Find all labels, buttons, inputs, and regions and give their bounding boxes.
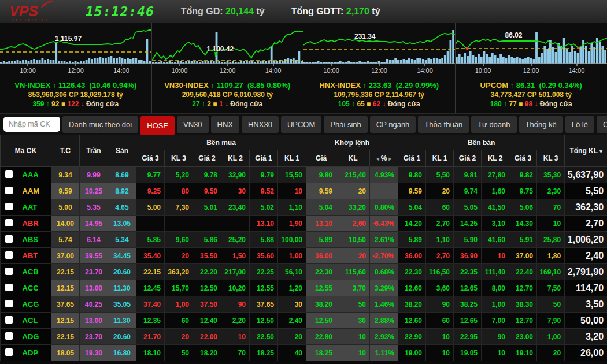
row-checkbox-cell xyxy=(1,264,17,280)
col-sell-vol1[interactable]: KL 1 xyxy=(426,150,454,167)
stock-row-ACL[interactable]: ACL12.1513.0011.3012.356012.402,2012.502… xyxy=(1,313,607,329)
row-checkbox[interactable] xyxy=(5,251,13,259)
row-checkbox[interactable] xyxy=(5,300,13,307)
row-checkbox[interactable] xyxy=(5,235,13,243)
buy-cell-2: 15,70 xyxy=(165,280,193,296)
tab-cp-ngành[interactable]: CP ngành xyxy=(370,116,416,133)
ticker-symbol: ADP xyxy=(17,345,51,361)
stock-row-ACG[interactable]: ACG37.6540.2535.0537.401,0037.509037.653… xyxy=(1,296,607,313)
tab-phái-sinh[interactable]: Phái sinh xyxy=(324,116,367,133)
stock-row-AAT[interactable]: AAT5.005.354.655.007,305.0123,405.021,10… xyxy=(1,199,607,216)
row-checkbox[interactable] xyxy=(5,170,13,178)
col-buy-vol3[interactable]: KL 3 xyxy=(165,150,193,167)
sell-cell-1: 22.90 xyxy=(398,329,426,345)
index-name: HNX-INDEX xyxy=(319,81,361,90)
tab-tự-doanh[interactable]: Tự doanh xyxy=(471,116,516,133)
row-checkbox[interactable] xyxy=(5,219,13,226)
index-chart-panel-upcom[interactable]: 86.02 10:0012:0014:00 UPCOM ↑ 86.31 (0.2… xyxy=(456,23,607,113)
row-checkbox[interactable] xyxy=(5,187,13,194)
sell-cell-6: 20 xyxy=(537,345,565,361)
row-checkbox[interactable] xyxy=(5,332,13,340)
col-floor[interactable]: Sàn xyxy=(108,135,136,167)
row-checkbox[interactable] xyxy=(5,284,13,291)
sell-cell-1: 19.00 xyxy=(398,345,426,361)
sell-cell-6: 7,50 xyxy=(537,280,565,296)
buy-cell-4: 90 xyxy=(221,296,250,313)
reference-price: 37.65 xyxy=(51,296,80,313)
market-breadth: 180 ↑ 77 ■ 98 ↓ Đóng cửa xyxy=(456,99,607,109)
col-total-volume[interactable]: Tổng KL ▾ xyxy=(565,135,607,167)
stock-row-ACB[interactable]: ACB22.1523.7020.6022.15363,2022.20217,00… xyxy=(1,264,607,280)
vps-logo[interactable]: VPS SECURITIES xyxy=(8,1,64,25)
match-cell-3: 4.93% xyxy=(370,167,398,183)
tab-hnx[interactable]: HNX xyxy=(211,116,239,133)
stock-row-ADG[interactable]: ADG22.1523.7020.6021.702022.001022.50202… xyxy=(1,329,607,345)
col-match-vol[interactable]: KL xyxy=(336,150,370,167)
total-volume-dropdown-icon[interactable]: ▾ xyxy=(599,148,602,154)
total-gd-label: Tổng GD: xyxy=(181,6,223,16)
row-checkbox[interactable] xyxy=(5,268,13,275)
tab-vn30[interactable]: VN30 xyxy=(177,116,209,133)
col-reference[interactable]: T.C xyxy=(51,135,80,167)
unchanged-count: 92 ■ xyxy=(51,100,65,108)
ceiling-price: 6.14 xyxy=(80,232,108,248)
stock-row-AAA[interactable]: AAA9.349.998.699.775,209.7832,909.7915,5… xyxy=(1,167,607,183)
tab-hose[interactable]: HOSE xyxy=(140,116,175,135)
stock-row-ABT[interactable]: ABT37.0039.5534.4535.402035.501,5035.601… xyxy=(1,248,607,264)
sell-cell-5: 23.00 xyxy=(509,329,537,345)
col-buy-vol2[interactable]: KL 2 xyxy=(221,150,250,167)
ticker-symbol: ABT xyxy=(17,248,51,264)
col-buy-price2[interactable]: Giá 2 xyxy=(193,150,221,167)
sell-cell-1: 12.60 xyxy=(398,280,426,296)
col-buy-price3[interactable]: Giá 3 xyxy=(136,150,165,167)
stock-row-ADP[interactable]: ADP18.0519.3016.8018.105018.207018.25401… xyxy=(1,345,607,361)
sell-cell-5: 14.30 xyxy=(509,216,537,232)
col-match-price[interactable]: Giá xyxy=(306,150,336,167)
index-chart-panel-hnx-index[interactable]: 231.34 10:0012:0014:00 HNX-INDEX ↑ 233.6… xyxy=(304,23,456,113)
col-sell-price2[interactable]: Giá 2 xyxy=(454,150,482,167)
total-volume-value: 2,40 xyxy=(565,248,607,264)
row-checkbox-cell xyxy=(1,313,17,329)
col-ticker[interactable]: Mã CK xyxy=(1,135,51,167)
ceiling-price: 23.70 xyxy=(80,329,108,345)
sell-cell-2: 20 xyxy=(426,183,454,199)
col-buy-vol1[interactable]: KL 1 xyxy=(278,150,306,167)
stock-row-ABS[interactable]: ABS5.746.145.345.859,605.8625,205.88100,… xyxy=(1,232,607,248)
col-sell-price3[interactable]: Giá 3 xyxy=(509,150,537,167)
page-left-arrow[interactable]: ◂ xyxy=(375,155,381,162)
sell-cell-1: 36.00 xyxy=(398,248,426,264)
buy-cell-6: 2,40 xyxy=(278,313,306,329)
buy-cell-5: 22.25 xyxy=(250,264,278,280)
index-summary: VN30-INDEX ↑ 1109.27 (8.85 0.80%) 209,56… xyxy=(152,81,304,109)
stock-row-ABR[interactable]: ABR14.0014.9513.0513.101,9013.102,60-6.4… xyxy=(1,216,607,232)
buy-cell-4: 2,20 xyxy=(221,313,250,329)
index-chart-panel-vn-index[interactable]: 1 115.97 10:0012:0014:00 VN-INDEX ↑ 1126… xyxy=(0,23,152,113)
tab-lô-lẻ[interactable]: Lô lẻ xyxy=(565,116,594,133)
reference-price: 9.34 xyxy=(51,167,80,183)
tab-upcom[interactable]: UPCOM xyxy=(281,116,321,133)
sell-cell-4: 41,60 xyxy=(482,232,509,248)
row-checkbox[interactable] xyxy=(5,203,13,210)
tab-hnx30[interactable]: HNX30 xyxy=(242,116,279,133)
buy-cell-5: 18.25 xyxy=(250,345,278,361)
row-checkbox[interactable] xyxy=(5,316,13,324)
col-sell-vol3[interactable]: KL 3 xyxy=(537,150,565,167)
match-cell-2: 10 xyxy=(336,329,370,345)
ticker-search-input[interactable] xyxy=(3,117,60,132)
col-sell-price1[interactable]: Giá 1 xyxy=(398,150,426,167)
stock-row-AAM[interactable]: AAM9.5910.258.929.25809.50309.52109.5920… xyxy=(1,183,607,199)
advancers-count: 27 ↑ xyxy=(192,100,205,108)
col-sell-vol2[interactable]: KL 2 xyxy=(482,150,509,167)
buy-cell-2: 20 xyxy=(165,248,193,264)
tab-chứng-quyền[interactable]: Chứng quyền xyxy=(597,116,607,133)
col-ceiling[interactable]: Trần xyxy=(80,135,108,167)
col-buy-price1[interactable]: Giá 1 xyxy=(250,150,278,167)
tab-danh-mục-theo-dõi[interactable]: Danh mục theo dõi xyxy=(62,116,138,133)
tab-thống-kê[interactable]: Thống kê xyxy=(519,116,563,133)
sell-cell-4: 111,40 xyxy=(482,264,509,280)
row-checkbox[interactable] xyxy=(5,348,13,356)
index-chart-panel-vn30-index[interactable]: 1 100.42 10:0012:0014:00 VN30-INDEX ↑ 11… xyxy=(152,23,304,113)
page-right-arrow[interactable]: ▸ xyxy=(387,155,393,162)
tab-thỏa-thuận[interactable]: Thỏa thuận xyxy=(418,116,469,133)
stock-row-ACC[interactable]: ACC12.1513.0011.3012.4515,7012.5010,2012… xyxy=(1,280,607,296)
